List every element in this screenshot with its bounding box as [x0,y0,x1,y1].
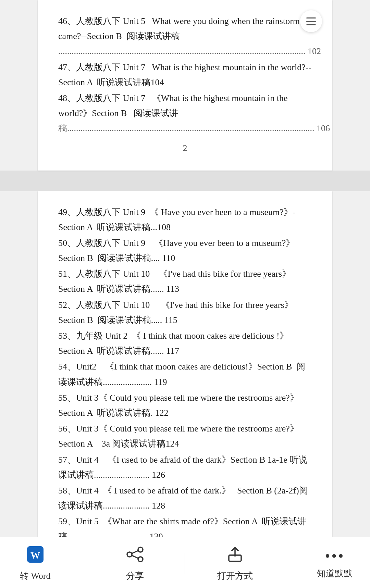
toc-entry-58: 58、Unit 4 《 I used to be afraid of the d… [58,483,312,513]
word-label: 转 Word [20,570,51,582]
doc-page-top-wrap: 46、人教版八下 Unit 5 What were you doing when… [38,0,332,171]
menu-line-1 [306,17,316,18]
toc-entry-53: 53、九年级 Unit 2 《 I think that moon cakes … [58,328,312,359]
svg-point-2 [138,547,143,552]
toc-entry-55: 55、Unit 3《 Could you please tell me wher… [58,390,312,421]
page-gap [0,171,370,191]
bottom-toolbar: W 转 Word 分享 [0,537,370,588]
menu-button[interactable] [300,10,322,32]
svg-point-4 [138,557,143,562]
divider-3 [285,553,285,574]
toc-entry-49: 49、人教版八下 Unit 9 《 Have you ever been to … [58,205,312,235]
toc-entry-51: 51、人教版八下 Unit 10 《I've had this bike for… [58,266,312,297]
menu-line-3 [306,24,316,25]
svg-point-3 [127,552,132,557]
divider-2 [185,553,185,574]
svg-text:W: W [30,550,40,561]
page-number-top: 2 [58,143,312,153]
toc-entry-48: 48、人教版八下 Unit 7 《What is the highest mou… [58,91,312,136]
toc-entry-56: 56、Unit 3《 Could you please tell me wher… [58,421,312,451]
open-icon [225,545,245,567]
toolbar-item-open[interactable]: 打开方式 [214,545,256,582]
toolbar-item-more[interactable]: ••• 知道默默 [314,547,355,579]
toc-entry-57: 57、Unit 4 《I used to be afraid of the da… [58,452,312,483]
svg-line-6 [132,555,138,558]
divider-1 [85,553,85,574]
toc-entry-52: 52、人教版八下 Unit 10 《I've had this bike for… [58,298,312,328]
doc-page-top: 46、人教版八下 Unit 5 What were you doing when… [38,0,332,171]
share-label: 分享 [126,570,144,582]
toolbar-item-word[interactable]: W 转 Word [15,545,56,582]
toc-entry-47: 47、人教版八下 Unit 7 What is the highest moun… [58,60,312,90]
toc-entry-46: 46、人教版八下 Unit 5 What were you doing when… [58,14,312,59]
page-container: 46、人教版八下 Unit 5 What were you doing when… [0,0,370,588]
dots-48: 稿.......................................… [58,123,330,133]
svg-line-5 [132,551,138,553]
share-icon [125,545,145,567]
content-area: 46、人教版八下 Unit 5 What were you doing when… [0,0,370,588]
dots-46: ........................................… [58,46,321,56]
doc-page-bottom: 49、人教版八下 Unit 9 《 Have you ever been to … [38,191,332,588]
toc-entry-54: 54、Unit2 《I think that moon cakes are de… [58,359,312,389]
more-label: 知道默默 [317,567,353,579]
toc-entry-50: 50、人教版八下 Unit 9 《Have you ever been to a… [58,236,312,266]
menu-line-2 [306,21,316,22]
open-label: 打开方式 [217,570,253,582]
more-icon: ••• [325,547,345,565]
word-icon: W [26,545,45,567]
toolbar-item-share[interactable]: 分享 [114,545,156,582]
